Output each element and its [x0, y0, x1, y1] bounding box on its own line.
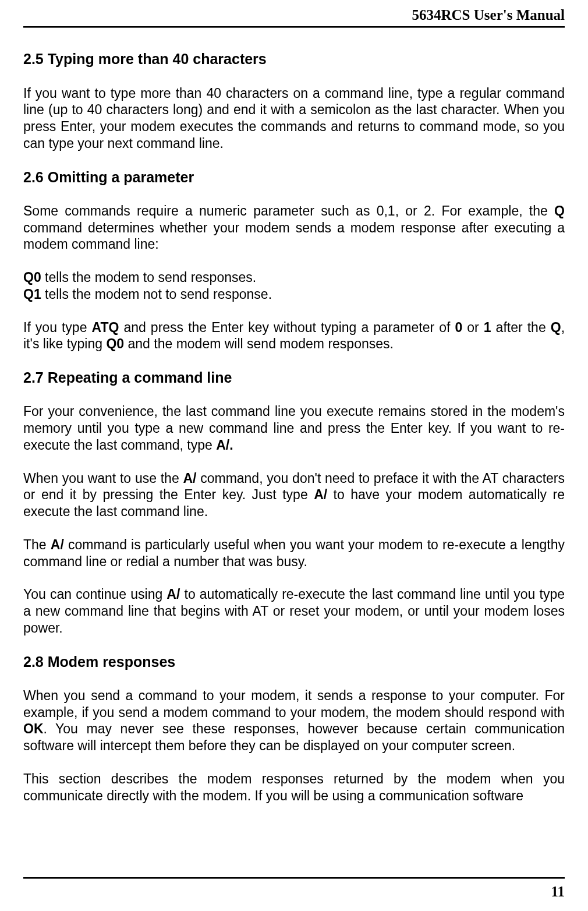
bold-text: Q1: [23, 287, 41, 302]
page-content: 2.5 Typing more than 40 characters If yo…: [23, 28, 565, 804]
bold-text: Q0: [106, 336, 124, 351]
header-title: 5634RCS User's Manual: [412, 7, 565, 23]
text: The: [23, 537, 51, 552]
text: If you type: [23, 320, 92, 335]
text: command determines whether your modem se…: [23, 220, 565, 252]
section-2-7-p3: The A/ command is particularly useful wh…: [23, 536, 565, 570]
section-2-6-p1: Some commands require a numeric paramete…: [23, 203, 565, 253]
text: tells the modem to send responses.: [41, 270, 256, 285]
bold-text: OK: [23, 721, 44, 736]
bold-text: Q: [554, 203, 565, 218]
section-2-5-p1: If you want to type more than 40 charact…: [23, 85, 565, 152]
section-heading-2-6: 2.6 Omitting a parameter: [23, 168, 565, 186]
text: tells the modem not to send response.: [41, 287, 272, 302]
bold-text: A/: [183, 471, 196, 486]
text: or: [462, 320, 484, 335]
text: You can continue using: [23, 587, 167, 602]
text: When you send a command to your modem, i…: [23, 688, 565, 720]
bold-text: Q0: [23, 270, 41, 285]
page-number: 11: [551, 884, 565, 899]
text: Some commands require a numeric paramete…: [23, 203, 554, 218]
bold-text: 1: [484, 320, 491, 335]
text: When you want to use the: [23, 471, 183, 486]
section-2-6-p2: If you type ATQ and press the Enter key …: [23, 319, 565, 353]
bold-text: 0: [455, 320, 462, 335]
bold-text: A/: [51, 537, 64, 552]
bold-text: A/: [167, 587, 180, 602]
section-2-6-line1: Q0 tells the modem to send responses.: [23, 269, 565, 286]
bold-text: A/.: [216, 437, 233, 453]
text: and the modem will send modem responses.: [124, 336, 394, 351]
section-2-8-p1: When you send a command to your modem, i…: [23, 687, 565, 754]
text: . You may never see these responses, how…: [23, 721, 565, 753]
section-heading-2-8: 2.8 Modem responses: [23, 653, 565, 671]
page-footer: 11: [23, 877, 565, 901]
section-2-6-line2: Q1 tells the modem not to send response.: [23, 286, 565, 303]
section-2-8-p2: This section describes the modem respons…: [23, 771, 565, 804]
text: command is particularly useful when you …: [23, 537, 565, 569]
section-heading-2-5: 2.5 Typing more than 40 characters: [23, 50, 565, 68]
bold-text: Q: [551, 320, 561, 335]
section-heading-2-7: 2.7 Repeating a command line: [23, 369, 565, 387]
bold-text: A/: [314, 487, 327, 502]
page-header: 5634RCS User's Manual: [23, 0, 565, 28]
section-2-7-p1: For your convenience, the last command l…: [23, 403, 565, 453]
bold-text: ATQ: [92, 320, 119, 335]
section-2-7-p4: You can continue using A/ to automatical…: [23, 586, 565, 636]
section-2-7-p2: When you want to use the A/ command, you…: [23, 470, 565, 520]
text: after the: [491, 320, 551, 335]
text: For your convenience, the last command l…: [23, 404, 565, 453]
text: and press the Enter key without typing a…: [119, 320, 455, 335]
